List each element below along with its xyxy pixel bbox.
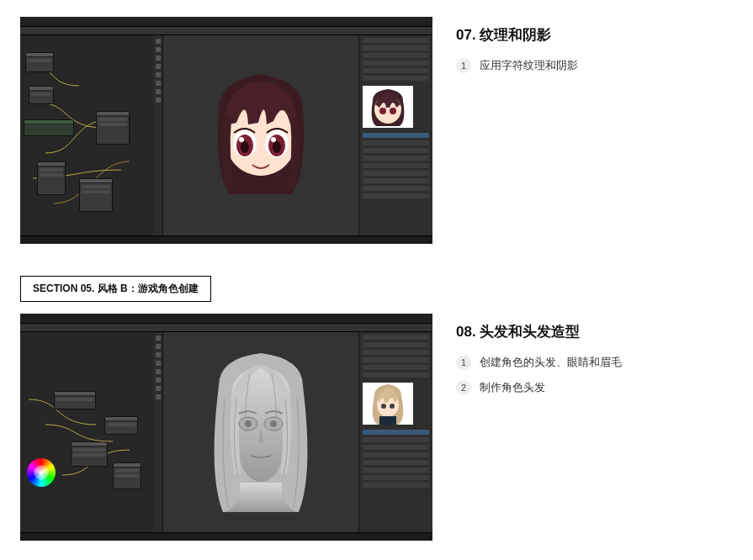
lesson-step: 1 应用字符纹理和阴影 — [456, 58, 733, 73]
properties-panel — [358, 35, 432, 235]
shader-node — [96, 111, 130, 145]
section-divider: SECTION 05. 风格 B：游戏角色创建 — [20, 276, 211, 302]
lesson-steps: 1 创建角色的头发、眼睛和眉毛 2 制作角色头发 — [456, 355, 733, 395]
thumbnail-07 — [20, 17, 432, 244]
reference-image — [363, 86, 413, 128]
shader-node — [113, 462, 141, 489]
svg-point-15 — [245, 420, 252, 427]
svg-point-12 — [390, 108, 396, 114]
svg-rect-21 — [379, 416, 396, 425]
lesson-step: 1 创建角色的头发、眼睛和眉毛 — [456, 355, 733, 370]
lesson-row-08: 08. 头发和头发造型 1 创建角色的头发、眼睛和眉毛 2 制作角色头发 — [20, 314, 733, 541]
shader-node — [25, 52, 54, 72]
svg-point-7 — [239, 137, 244, 142]
properties-panel — [358, 332, 432, 532]
lesson-description-08: 08. 头发和头发造型 1 创建角色的头发、眼睛和眉毛 2 制作角色头发 — [456, 314, 733, 405]
thumbnail-08 — [20, 314, 432, 541]
node-editor-panel — [20, 35, 153, 235]
tool-column — [153, 35, 163, 235]
lesson-row-07: 07. 纹理和阴影 1 应用字符纹理和阴影 — [20, 17, 733, 244]
status-bar — [20, 532, 432, 541]
shader-node — [37, 161, 66, 195]
lesson-title: 08. 头发和头发造型 — [456, 322, 733, 341]
status-bar — [20, 235, 432, 244]
tool-column — [153, 332, 163, 532]
svg-point-20 — [390, 404, 395, 409]
menubar — [20, 27, 432, 35]
color-wheel — [27, 458, 56, 487]
svg-point-19 — [381, 404, 386, 409]
step-number: 2 — [456, 380, 471, 395]
step-text: 创建角色的头发、眼睛和眉毛 — [480, 355, 622, 370]
character-sculpt-clay — [198, 348, 324, 516]
shader-node — [104, 416, 138, 435]
step-number: 1 — [456, 355, 471, 370]
shader-node — [79, 178, 113, 212]
svg-point-6 — [273, 141, 281, 153]
lesson-step: 2 制作角色头发 — [456, 380, 733, 395]
lesson-steps: 1 应用字符纹理和阴影 — [456, 58, 733, 73]
svg-point-16 — [270, 420, 277, 427]
topbar — [20, 314, 432, 324]
reference-image — [363, 383, 413, 425]
shader-node-group — [24, 119, 74, 136]
svg-point-11 — [379, 108, 386, 114]
viewport-3d — [163, 35, 358, 235]
node-editor-panel — [20, 332, 153, 532]
shader-node — [29, 86, 54, 104]
svg-point-5 — [241, 141, 249, 153]
lesson-title: 07. 纹理和阴影 — [456, 25, 733, 45]
svg-point-8 — [271, 137, 276, 142]
step-text: 制作角色头发 — [480, 380, 545, 395]
shader-node — [71, 441, 108, 467]
character-render-chibi — [206, 64, 316, 207]
lesson-description-07: 07. 纹理和阴影 1 应用字符纹理和阴影 — [456, 17, 733, 83]
viewport-3d — [163, 332, 358, 532]
topbar — [20, 17, 432, 27]
menubar — [20, 324, 432, 332]
step-text: 应用字符纹理和阴影 — [480, 58, 578, 73]
step-number: 1 — [456, 58, 471, 73]
shader-node — [54, 391, 96, 409]
